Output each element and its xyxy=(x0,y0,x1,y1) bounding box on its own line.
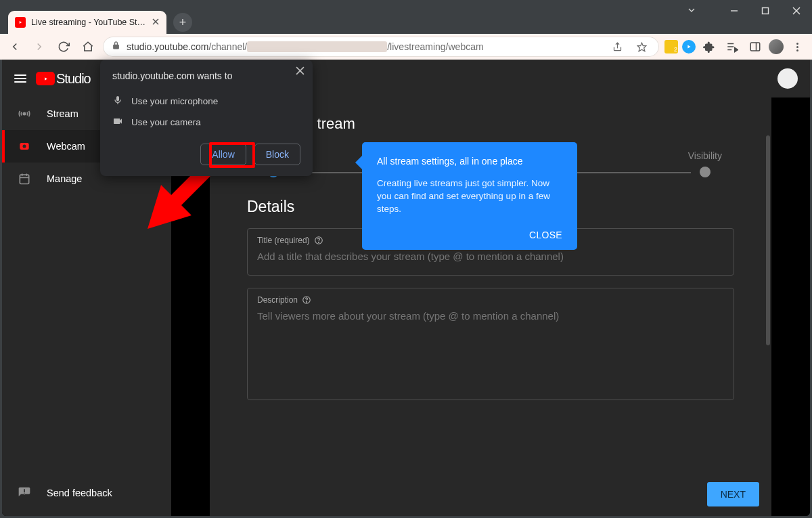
description-label: Description xyxy=(257,295,724,305)
svg-marker-8 xyxy=(637,43,646,51)
tab-close-icon[interactable] xyxy=(152,16,160,28)
tip-body: Creating live streams just got simpler. … xyxy=(377,177,562,216)
svg-rect-30 xyxy=(117,103,118,104)
svg-rect-14 xyxy=(750,43,760,51)
account-avatar[interactable] xyxy=(777,68,798,89)
chevron-down-icon[interactable] xyxy=(686,5,697,18)
permission-close-icon[interactable] xyxy=(296,66,304,77)
panel-heading: Webcam stream xyxy=(247,115,734,133)
description-input[interactable] xyxy=(257,310,724,385)
svg-point-19 xyxy=(23,145,26,148)
youtube-studio-logo[interactable]: Studio xyxy=(36,71,91,87)
lock-icon xyxy=(111,41,121,53)
svg-point-17 xyxy=(23,112,25,114)
tip-title: All stream settings, all in one place xyxy=(377,156,562,167)
close-window-button[interactable] xyxy=(781,0,812,22)
chrome-menu-icon[interactable] xyxy=(788,37,807,56)
permission-title: studio.youtube.com wants to xyxy=(112,70,300,81)
url-text: studio.youtube.com/channel/xxxxxxxxxxxxx… xyxy=(127,41,484,52)
extension-keep-icon[interactable]: 2 xyxy=(664,40,678,53)
camera-icon xyxy=(112,116,123,129)
extension-play-icon[interactable] xyxy=(682,40,696,53)
onboarding-tip: All stream settings, all in one place Cr… xyxy=(362,142,577,250)
sidebar-item-label: Manage xyxy=(47,173,82,184)
help-icon[interactable] xyxy=(314,236,323,245)
address-bar[interactable]: studio.youtube.com/channel/xxxxxxxxxxxxx… xyxy=(103,37,659,57)
svg-marker-9 xyxy=(687,45,690,49)
youtube-favicon xyxy=(15,17,26,28)
tip-close-button[interactable]: CLOSE xyxy=(377,230,562,240)
forward-button[interactable] xyxy=(30,37,49,56)
next-button[interactable]: NEXT xyxy=(707,482,759,506)
svg-marker-16 xyxy=(45,77,47,81)
maximize-button[interactable] xyxy=(750,0,781,22)
feedback-label: Send feedback xyxy=(47,488,112,498)
stream-icon xyxy=(17,107,32,121)
step-visibility[interactable]: Visibility xyxy=(688,150,722,177)
permission-dialog: studio.youtube.com wants to Use your mic… xyxy=(100,60,313,176)
new-tab-button[interactable]: + xyxy=(173,13,192,32)
playlist-icon[interactable] xyxy=(723,37,742,56)
hamburger-menu-icon[interactable] xyxy=(14,74,26,83)
profile-avatar-icon[interactable] xyxy=(769,39,784,54)
browser-toolbar: studio.youtube.com/channel/xxxxxxxxxxxxx… xyxy=(0,34,812,60)
sidepanel-icon[interactable] xyxy=(746,37,765,56)
svg-point-27 xyxy=(307,301,307,302)
svg-rect-1 xyxy=(763,8,769,14)
permission-camera-row: Use your camera xyxy=(112,112,300,133)
webcam-icon xyxy=(17,139,32,153)
sidebar-item-label: Stream xyxy=(47,108,78,119)
help-icon[interactable] xyxy=(302,295,311,305)
svg-point-25 xyxy=(318,242,319,242)
back-button[interactable] xyxy=(5,37,24,56)
microphone-icon xyxy=(112,95,123,108)
allow-button[interactable]: Allow xyxy=(200,144,246,165)
description-field[interactable]: Description xyxy=(247,288,734,400)
manage-icon xyxy=(17,172,32,186)
svg-marker-13 xyxy=(735,48,738,52)
minimize-button[interactable] xyxy=(719,0,750,22)
home-button[interactable] xyxy=(78,37,97,56)
block-button[interactable]: Block xyxy=(254,144,300,165)
permission-microphone-row: Use your microphone xyxy=(112,91,300,112)
send-feedback-button[interactable]: Send feedback xyxy=(2,477,171,509)
title-input[interactable] xyxy=(257,251,724,262)
tab-title: Live streaming - YouTube Studio xyxy=(31,18,146,27)
browser-tab[interactable]: Live streaming - YouTube Studio xyxy=(8,11,166,34)
svg-rect-20 xyxy=(20,175,28,184)
feedback-icon xyxy=(17,486,32,500)
reload-button[interactable] xyxy=(54,37,73,56)
extensions-puzzle-icon[interactable] xyxy=(700,37,719,56)
svg-marker-4 xyxy=(20,21,22,24)
scrollbar[interactable] xyxy=(766,135,770,345)
star-icon[interactable] xyxy=(632,37,651,56)
sidebar-item-label: Webcam xyxy=(47,141,85,152)
share-icon[interactable] xyxy=(608,37,627,56)
